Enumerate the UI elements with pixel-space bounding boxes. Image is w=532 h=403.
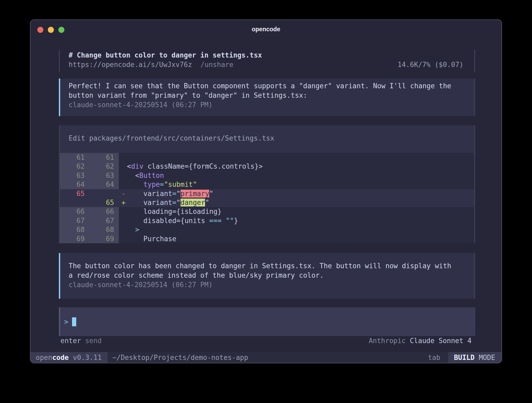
- brand-open: open: [36, 354, 52, 361]
- unshare-command: /unshare: [201, 61, 233, 69]
- status-bar: opencodev0.3.11 ~/Desktop/Projects/demo-…: [30, 352, 502, 363]
- diff-code-line: disabled={units === ""}: [119, 216, 474, 225]
- model-name: Claude Sonnet 4: [410, 337, 472, 345]
- diff-new-line-number: 69: [89, 234, 119, 243]
- diff-old-line-number: 62: [60, 162, 89, 171]
- message-meta: claude-sonnet-4-20250514 (06:27 PM): [69, 100, 474, 110]
- diff-code-line: loading={isLoading}: [119, 207, 474, 216]
- diff-code-line: <div className={formCs.controls}>: [119, 162, 474, 171]
- diff-row: 6767 disabled={units === ""}: [60, 216, 474, 225]
- text-cursor: [72, 317, 76, 326]
- session-content: # Change button color to danger in setti…: [59, 20, 475, 363]
- diff-old-line-number: [60, 198, 89, 207]
- diff-change-marker: -: [119, 189, 127, 198]
- diff-old-line-number: 68: [60, 225, 89, 234]
- diff-old-line-number: 64: [60, 180, 89, 189]
- diff-row: 65+ variant="danger": [60, 198, 474, 207]
- edit-tool-card: Edit packages/frontend/src/containers/Se…: [59, 125, 475, 243]
- share-url-row: https://opencode.ai/s/UwJxv76z/unshare: [69, 60, 233, 69]
- diff-old-line-number: 65: [60, 189, 89, 198]
- diff-code-line: type="submit": [119, 180, 474, 189]
- message-line: a red/rose color scheme instead of the b…: [69, 271, 474, 280]
- diff-old-line-number: 61: [60, 153, 89, 162]
- diff-new-line-number: 66: [89, 207, 119, 216]
- diff-row: 6666 loading={isLoading}: [60, 207, 474, 216]
- diff-new-line-number: 63: [89, 171, 119, 180]
- prompt-symbol: >: [64, 318, 68, 326]
- diff-code-line: Purchase: [119, 234, 474, 243]
- assistant-message: Perfect! I can see that the Button compo…: [59, 79, 475, 116]
- enter-key-hint: enter: [60, 337, 81, 345]
- assistant-message: The button color has been changed to dan…: [59, 253, 475, 299]
- mode-name: BUILD: [454, 354, 474, 361]
- diff-new-line-number: 64: [89, 180, 119, 189]
- diff-change-marker: +: [119, 198, 127, 207]
- prompt-input[interactable]: >: [59, 307, 475, 336]
- message-meta: claude-sonnet-4-20250514 (06:27 PM): [69, 280, 474, 290]
- diff-new-line-number: 65: [89, 198, 119, 207]
- session-subheader: https://opencode.ai/s/UwJxv76z/unshare 1…: [69, 60, 463, 69]
- diff-new-line-number: 68: [89, 225, 119, 234]
- diff-old-line-number: 63: [60, 171, 89, 180]
- session-header: # Change button color to danger in setti…: [59, 50, 475, 72]
- app-version-segment: opencodev0.3.11: [30, 352, 108, 363]
- app-version: v0.3.11: [73, 354, 102, 361]
- diff-code-line: [119, 153, 474, 162]
- opencode-terminal-window: opencode # Change button color to danger…: [30, 19, 502, 363]
- diff-row: 6969 Purchase: [60, 234, 474, 243]
- diff-new-line-number: 61: [89, 153, 119, 162]
- working-directory: ~/Desktop/Projects/demo-notes-app: [112, 354, 248, 361]
- share-url: https://opencode.ai/s/UwJxv76z: [69, 61, 192, 69]
- diff-code-line: + variant="danger": [119, 198, 474, 207]
- diff-row: 65- variant="primary": [60, 189, 474, 198]
- diff-row: 6363 <Button: [60, 171, 474, 180]
- diff-code-line: <Button: [119, 171, 474, 180]
- diff-old-line-number: 66: [60, 207, 89, 216]
- mode-segment: BUILDMODE: [448, 352, 502, 363]
- diff-new-line-number: 62: [89, 162, 119, 171]
- model-indicator: Anthropic Claude Sonnet 4: [369, 336, 472, 345]
- diff-row: 6464 type="submit": [60, 180, 474, 189]
- message-line: button variant from "primary" to "danger…: [69, 91, 474, 100]
- diff-row: 6161: [60, 153, 474, 162]
- edit-tool-title: Edit packages/frontend/src/containers/Se…: [60, 125, 474, 153]
- send-hint: enter send: [60, 336, 102, 345]
- diff-old-line-number: 67: [60, 216, 89, 225]
- diff-new-line-number: 67: [89, 216, 119, 225]
- diff-old-line-number: 69: [60, 234, 89, 243]
- diff-row: 6262<div className={formCs.controls}>: [60, 162, 474, 171]
- send-action-hint: send: [85, 337, 102, 345]
- mode-label: MODE: [479, 354, 495, 361]
- session-title: # Change button color to danger in setti…: [69, 50, 463, 60]
- diff-row: 6868 >: [60, 225, 474, 234]
- diff-new-line-number: [89, 189, 119, 198]
- tab-key-hint[interactable]: tab: [428, 354, 440, 361]
- diff-code-line: - variant="primary": [119, 189, 474, 198]
- hint-row: enter send Anthropic Claude Sonnet 4: [59, 336, 475, 345]
- provider-name: Anthropic: [369, 337, 406, 345]
- brand-code: code: [52, 354, 69, 361]
- diff-code-line: >: [119, 225, 474, 234]
- message-line: The button color has been changed to dan…: [69, 261, 474, 271]
- message-line: Perfect! I can see that the Button compo…: [69, 81, 474, 91]
- token-usage: 14.6K/7% ($0.07): [398, 60, 463, 69]
- diff-view: 61616262<div className={formCs.controls}…: [60, 153, 474, 243]
